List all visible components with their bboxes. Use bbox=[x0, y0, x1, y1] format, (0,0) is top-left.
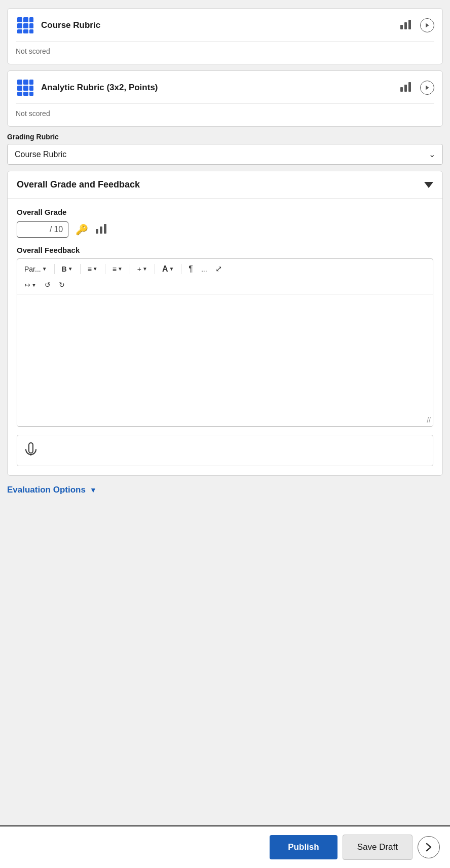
analytic-rubric-card: Analytic Rubric (3x2, Points) bbox=[7, 70, 443, 127]
course-rubric-card: Course Rubric bbox=[7, 8, 443, 64]
course-rubric-actions bbox=[400, 18, 434, 32]
rubric-grid-icon-1 bbox=[16, 16, 35, 35]
svg-rect-17 bbox=[29, 86, 33, 91]
svg-rect-0 bbox=[17, 17, 22, 22]
bar-chart-icon-grade[interactable] bbox=[95, 223, 108, 237]
page-container: Course Rubric bbox=[0, 0, 450, 868]
play-icon-1[interactable] bbox=[420, 18, 434, 32]
rubric-divider-2 bbox=[16, 103, 434, 104]
svg-rect-19 bbox=[23, 92, 28, 96]
rubric-divider-1 bbox=[16, 41, 434, 42]
overall-grade-section: Overall Grade / 10 🔑 bbox=[17, 208, 433, 238]
publish-button[interactable]: Publish bbox=[270, 835, 337, 859]
svg-rect-13 bbox=[23, 80, 28, 85]
insert-btn[interactable]: + ▼ bbox=[134, 263, 151, 275]
svg-rect-9 bbox=[400, 25, 403, 29]
grading-rubric-label: Grading Rubric bbox=[7, 133, 443, 141]
course-rubric-status: Not scored bbox=[16, 47, 50, 55]
svg-rect-14 bbox=[29, 80, 33, 85]
grading-rubric-selected: Course Rubric bbox=[15, 150, 66, 159]
analytic-rubric-status: Not scored bbox=[16, 109, 50, 118]
indent-btn[interactable]: ↣ ▼ bbox=[21, 279, 40, 291]
toolbar-divider-4 bbox=[130, 264, 130, 274]
svg-rect-26 bbox=[104, 224, 106, 234]
analytic-rubric-left: Analytic Rubric (3x2, Points) bbox=[16, 78, 158, 97]
rubric-grid-icon-2 bbox=[16, 78, 35, 97]
evaluation-options-row: Evaluation Options ▼ bbox=[7, 482, 443, 503]
fullscreen-btn[interactable]: ⤢ bbox=[212, 262, 225, 276]
svg-rect-2 bbox=[29, 17, 33, 22]
svg-rect-23 bbox=[408, 82, 411, 92]
resize-handle: // bbox=[427, 416, 431, 424]
attachment-icon bbox=[25, 442, 36, 459]
collapse-icon bbox=[424, 182, 433, 188]
svg-rect-24 bbox=[96, 229, 98, 234]
analytic-rubric-actions bbox=[400, 81, 434, 95]
undo-btn[interactable]: ↺ bbox=[42, 279, 54, 291]
overall-panel-body: Overall Grade / 10 🔑 bbox=[8, 199, 442, 475]
svg-rect-25 bbox=[100, 227, 102, 234]
attachment-area[interactable] bbox=[17, 435, 433, 466]
svg-rect-27 bbox=[29, 443, 33, 453]
overall-grade-label: Overall Grade bbox=[17, 208, 433, 216]
overall-panel-title: Overall Grade and Feedback bbox=[17, 179, 140, 190]
svg-rect-6 bbox=[17, 29, 22, 33]
svg-rect-7 bbox=[23, 29, 28, 33]
clear-format-btn[interactable]: ¶ bbox=[185, 262, 196, 276]
svg-rect-22 bbox=[404, 85, 407, 92]
svg-rect-4 bbox=[23, 23, 28, 28]
svg-rect-16 bbox=[23, 86, 28, 91]
overall-panel: Overall Grade and Feedback Overall Grade… bbox=[7, 171, 443, 476]
fontsize-btn[interactable]: A ▼ bbox=[159, 262, 177, 276]
toolbar-divider-1 bbox=[54, 264, 55, 274]
play-icon-2[interactable] bbox=[420, 81, 434, 95]
more-btn[interactable]: ... bbox=[198, 263, 210, 275]
align-btn[interactable]: ≡ ▼ bbox=[85, 263, 101, 275]
svg-rect-11 bbox=[408, 20, 411, 29]
editor-toolbar: Par... ▼ B ▼ ≡ bbox=[17, 259, 433, 294]
analytic-rubric-header: Analytic Rubric (3x2, Points) bbox=[16, 78, 434, 97]
svg-rect-18 bbox=[17, 92, 22, 96]
key-icon[interactable]: 🔑 bbox=[76, 223, 88, 236]
toolbar-row2: ↣ ▼ ↺ ↻ bbox=[21, 278, 429, 291]
footer-bar: Publish Save Draft bbox=[0, 825, 450, 868]
svg-rect-8 bbox=[29, 29, 33, 33]
overall-panel-header[interactable]: Overall Grade and Feedback bbox=[8, 171, 442, 199]
overall-feedback-section: Overall Feedback Par... ▼ B bbox=[17, 246, 433, 427]
toolbar-divider-5 bbox=[155, 264, 155, 274]
toolbar-divider-6 bbox=[181, 264, 181, 274]
overall-feedback-label: Overall Feedback bbox=[17, 246, 433, 254]
course-rubric-title: Course Rubric bbox=[41, 20, 100, 30]
redo-btn[interactable]: ↻ bbox=[56, 279, 68, 291]
grading-rubric-select[interactable]: Course Rubric ⌄ bbox=[7, 144, 443, 165]
svg-rect-10 bbox=[404, 22, 407, 29]
course-rubric-left: Course Rubric bbox=[16, 16, 100, 35]
analytic-rubric-title: Analytic Rubric (3x2, Points) bbox=[41, 83, 158, 93]
feedback-editor-body[interactable]: // bbox=[17, 294, 433, 426]
bar-chart-icon-1[interactable] bbox=[400, 19, 413, 32]
grade-max: 10 bbox=[54, 225, 63, 234]
grade-separator: / bbox=[50, 225, 52, 234]
bar-chart-icon-2[interactable] bbox=[400, 81, 413, 95]
toolbar-row1: Par... ▼ B ▼ ≡ bbox=[21, 262, 429, 276]
svg-rect-20 bbox=[29, 92, 33, 96]
bold-btn[interactable]: B ▼ bbox=[59, 263, 76, 275]
grade-input-box: / 10 bbox=[17, 221, 68, 238]
save-draft-button[interactable]: Save Draft bbox=[343, 835, 413, 860]
toolbar-divider-2 bbox=[80, 264, 81, 274]
overall-grade-row: / 10 🔑 bbox=[17, 221, 433, 238]
chevron-down-icon: ⌄ bbox=[429, 149, 435, 159]
svg-rect-3 bbox=[17, 23, 22, 28]
course-rubric-header: Course Rubric bbox=[16, 16, 434, 35]
feedback-editor: Par... ▼ B ▼ ≡ bbox=[17, 258, 433, 427]
main-content: Course Rubric bbox=[0, 0, 450, 825]
svg-rect-5 bbox=[29, 23, 33, 28]
paragraph-btn[interactable]: Par... ▼ bbox=[21, 263, 50, 275]
list-btn[interactable]: ≡ ▼ bbox=[109, 263, 126, 275]
evaluation-options-chevron: ▼ bbox=[90, 486, 97, 494]
grade-input[interactable] bbox=[22, 225, 48, 234]
svg-rect-1 bbox=[23, 17, 28, 22]
next-button[interactable] bbox=[418, 836, 440, 858]
svg-rect-12 bbox=[17, 80, 22, 85]
evaluation-options-link[interactable]: Evaluation Options bbox=[7, 485, 86, 495]
